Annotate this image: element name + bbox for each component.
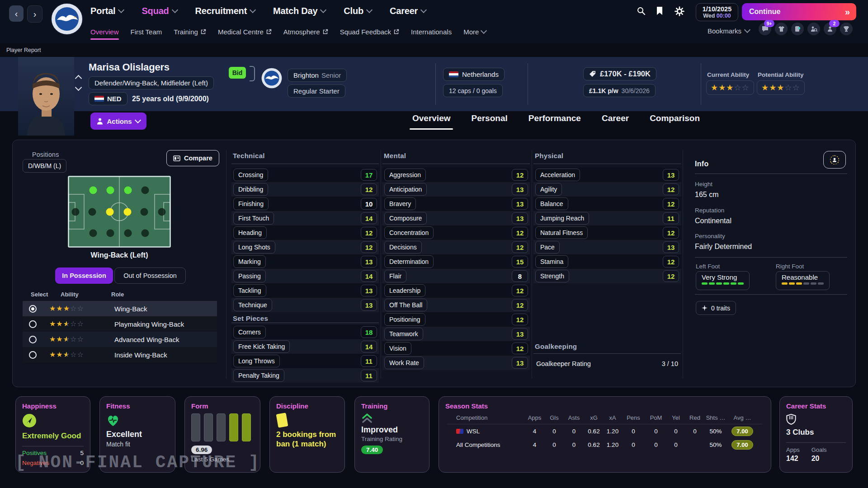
search-icon[interactable]: [637, 6, 646, 16]
current-ability-stars: ★★★☆☆: [706, 80, 754, 95]
previous-player-button[interactable]: [76, 76, 82, 82]
transfer-value-chip[interactable]: £170K - £190K: [583, 67, 656, 80]
game-date-display[interactable]: 1/10/2025 Wed 00:00: [696, 3, 738, 21]
subnav-overview[interactable]: Overview: [90, 22, 119, 42]
social-profile-icon[interactable]: 2: [824, 23, 836, 35]
role-row-inside-wing-back[interactable]: ★★★★☆☆Inside Wing-Back: [23, 347, 217, 362]
star-empty-icon: ☆: [70, 351, 77, 358]
attribute-row-anticipation: Anticipation13: [382, 182, 530, 197]
personality-profile-button[interactable]: [823, 151, 846, 169]
nav-match-day[interactable]: Match Day: [273, 6, 326, 16]
club-crest-logo[interactable]: [51, 3, 83, 35]
tab-career[interactable]: Career: [602, 113, 629, 130]
history-forward-button[interactable]: ›: [27, 5, 42, 23]
traits-button[interactable]: 0 traits: [696, 301, 736, 315]
star-full-icon: ★: [56, 336, 63, 343]
role-radio[interactable]: [29, 336, 37, 343]
role-row-playmaking-wing-back[interactable]: ★★★★☆☆Playmaking Wing-Back: [23, 316, 217, 332]
attribute-row-agility: Agility12: [533, 182, 681, 197]
competitions-trophy-icon[interactable]: [840, 23, 853, 35]
external-link-icon: [201, 29, 206, 34]
subnav-atmosphere[interactable]: Atmosphere: [283, 22, 328, 42]
attribute-row-strength: Strength12: [533, 269, 681, 283]
attribute-label: Leadership: [384, 284, 425, 297]
season-header-apps: Apps: [524, 410, 545, 424]
chevron-down-icon: [481, 28, 487, 34]
tab-overview[interactable]: Overview: [412, 113, 451, 130]
season-row-all-competitions[interactable]: All Competitions4000.621.2000050%7.00: [445, 438, 764, 451]
attribute-label: Jumping Reach: [535, 212, 589, 225]
history-back-button[interactable]: ‹: [9, 5, 24, 22]
role-radio[interactable]: [29, 351, 37, 359]
subnav-squad-feedback[interactable]: Squad Feedback: [340, 22, 399, 42]
subnav-first-team[interactable]: First Team: [131, 22, 162, 42]
scouting-icon[interactable]: [807, 23, 820, 35]
season-header-shts: Shts …: [705, 410, 726, 424]
nav-career[interactable]: Career: [390, 6, 426, 16]
role-row-wing-back[interactable]: ★★★☆☆Wing-Back: [23, 301, 217, 316]
attribute-row-marking: Marking13: [231, 254, 379, 269]
subnav-internationals[interactable]: Internationals: [411, 22, 452, 42]
next-player-button[interactable]: [76, 85, 82, 91]
subnav-label: Internationals: [411, 28, 452, 36]
roles-header-select: Select: [31, 291, 48, 298]
attribute-label: Tackling: [233, 284, 266, 297]
bid-button[interactable]: Bid: [229, 67, 246, 79]
club-card-icon[interactable]: [791, 23, 804, 35]
stat-cell: 0: [667, 424, 685, 438]
role-row-advanced-wing-back[interactable]: ★★★★☆☆Advanced Wing-Back: [23, 332, 217, 347]
nav-recruitment[interactable]: Recruitment: [195, 6, 255, 16]
actions-button[interactable]: Actions: [90, 113, 146, 130]
subnav-medical-centre[interactable]: Medical Centre: [218, 22, 272, 42]
subnav-training[interactable]: Training: [174, 22, 206, 42]
continue-button[interactable]: Continue »: [742, 3, 856, 20]
fitness-card[interactable]: Fitness Excellent Match fit: [99, 396, 175, 473]
training-improved-icon: [361, 413, 373, 423]
subnav-more[interactable]: More: [463, 22, 486, 42]
star-empty-icon: ☆: [77, 320, 84, 328]
player-club-chip[interactable]: Brighton Senior: [288, 69, 347, 82]
star-empty-icon: ☆: [70, 320, 77, 328]
nav-squad[interactable]: Squad: [142, 6, 177, 16]
player-club-crest-icon: [261, 68, 282, 89]
squad-shirt-icon[interactable]: [775, 23, 788, 35]
training-card[interactable]: Training Improved Training Rating 7.40: [354, 396, 429, 473]
star-full-icon: ★: [777, 84, 784, 92]
inbox-icon[interactable]: 9+: [759, 23, 771, 35]
compare-button[interactable]: Compare: [166, 150, 219, 166]
foot-strength-segment: [818, 282, 824, 285]
subnav-label: Atmosphere: [283, 28, 320, 36]
form-bar: [191, 413, 200, 441]
happiness-card[interactable]: Happiness Extremely Good Positives5 Nega…: [15, 396, 90, 473]
bookmark-icon[interactable]: [656, 6, 665, 16]
bookmarks-dropdown[interactable]: Bookmarks: [708, 22, 750, 40]
price-tag-icon: [589, 70, 596, 77]
stat-cell: 50%: [705, 438, 726, 451]
role-radio[interactable]: [29, 305, 37, 313]
star-empty-icon: ☆: [70, 336, 77, 343]
tab-personal[interactable]: Personal: [471, 113, 507, 130]
nav-club[interactable]: Club: [344, 6, 372, 16]
tab-comparison[interactable]: Comparison: [650, 113, 700, 130]
discipline-card[interactable]: Discipline 2 bookings from ban (1 match): [269, 396, 345, 473]
star-empty-icon: ☆: [77, 305, 84, 312]
form-bar: [217, 413, 226, 441]
season-row-wsl[interactable]: WSL4000.621.20000050%7.00: [445, 424, 764, 438]
nation-chip[interactable]: Netherlands: [443, 68, 505, 81]
attribute-label: Positioning: [384, 313, 425, 326]
star-full-icon: ★: [49, 305, 56, 312]
attribute-label: Crossing: [233, 169, 268, 181]
nav-portal[interactable]: Portal: [90, 6, 123, 16]
attribute-row-off-the-ball: Off The Ball12: [382, 298, 530, 312]
star-full-icon: ★: [49, 336, 56, 343]
role-radio[interactable]: [29, 320, 37, 328]
right-foot-value: Reasonable: [782, 273, 824, 281]
tab-performance[interactable]: Performance: [528, 113, 581, 130]
career-stats-card[interactable]: Career Stats 3 Clubs Apps142 Goals20: [779, 396, 853, 473]
career-columns: Apps142 Goals20: [786, 446, 846, 463]
out-of-possession-toggle[interactable]: Out of Possession: [114, 267, 186, 284]
chevron-down-icon: [744, 27, 750, 33]
in-possession-toggle[interactable]: In Possession: [55, 267, 113, 284]
form-card[interactable]: Form 6.96 Last 5 Games: [184, 396, 260, 473]
settings-gear-icon[interactable]: [675, 6, 684, 16]
